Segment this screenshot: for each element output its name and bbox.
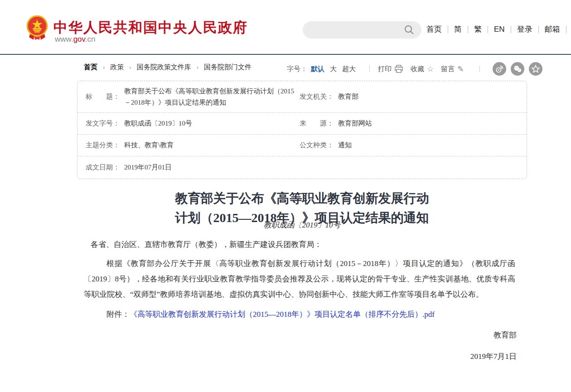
url-mid: gov <box>73 35 85 44</box>
meta-cell-date: 成文日期： 2019年07月01日 <box>86 162 300 173</box>
toolbar-divider <box>479 66 480 73</box>
meta-label-title: 标 题： <box>86 92 120 101</box>
site-url: www.gov.cn <box>55 35 95 44</box>
fontsize-default-button[interactable]: 默认 <box>311 65 324 73</box>
article-salutation: 各省、自治区、直辖市教育厅（教委），新疆生产建设兵团教育局： <box>84 239 515 250</box>
top-nav: 首页 简 繁 EN 登录 邮箱 无障碍 <box>426 24 571 34</box>
meta-cell-category: 主题分类： 科技、教育\教育 <box>86 140 300 151</box>
attachment-pdf-link[interactable]: 《高等职业教育创新发展行动计划（2015—2018年）》项目认定名单（排序不分先… <box>130 310 435 319</box>
meta-value-category: 科技、教育\教育 <box>124 140 174 151</box>
meta-value-doc-number: 教职成函〔2019〕10号 <box>124 118 192 129</box>
meta-label-issuing-agency: 发文机关： <box>300 92 334 101</box>
breadcrumb: 首页 › 政策 › 国务院政策文件库 › 国务院部门文件 <box>84 63 252 72</box>
meta-value-date: 2019年07月01日 <box>124 162 172 173</box>
nav-login[interactable]: 登录 <box>517 24 532 34</box>
breadcrumb-policy[interactable]: 政策 <box>110 63 124 72</box>
share-wechat-button[interactable] <box>511 62 524 76</box>
chevron-right-icon: › <box>197 64 198 71</box>
article-signer: 教育部 <box>77 330 517 340</box>
weibo-icon <box>495 64 504 73</box>
toolbar-divider <box>369 66 370 73</box>
nav-english[interactable]: EN <box>494 25 505 34</box>
meta-label-date: 成文日期： <box>86 163 120 172</box>
share-weibo-button[interactable] <box>493 62 506 76</box>
meta-row-date: 成文日期： 2019年07月01日 <box>77 156 527 178</box>
nav-divider <box>566 26 566 33</box>
qzone-star-icon <box>531 64 540 73</box>
nav-traditional[interactable]: 繁 <box>474 24 482 34</box>
nav-divider <box>448 26 448 33</box>
breadcrumb-policy-library[interactable]: 国务院政策文件库 <box>137 63 191 72</box>
article-title-line1: 教育部关于公布《高等职业教育创新发展行动 <box>77 189 527 208</box>
wechat-icon <box>513 64 522 73</box>
site-title: 中华人民共和国中央人民政府 <box>53 18 248 37</box>
print-button[interactable]: 打印 <box>378 65 403 73</box>
search-icon[interactable] <box>404 25 414 35</box>
breadcrumb-toolbar-row: 首页 › 政策 › 国务院政策文件库 › 国务院部门文件 字号： 默认 大 超大… <box>0 61 571 75</box>
meta-label-category: 主题分类： <box>86 141 120 150</box>
url-prefix: www. <box>55 35 73 44</box>
chevron-right-icon: › <box>103 64 105 71</box>
nav-divider <box>538 26 539 33</box>
meta-cell-issuing-agency: 发文机关： 教育部 <box>300 91 518 102</box>
pencil-icon: ✎ <box>457 64 464 74</box>
fontsize-label: 字号： <box>287 65 307 73</box>
header-divider-line <box>0 54 571 55</box>
meta-value-source: 教育部网站 <box>338 118 372 129</box>
comment-label: 留言 <box>441 65 455 73</box>
fontsize-xlarge-button[interactable]: 超大 <box>342 65 356 73</box>
nav-mail[interactable]: 邮箱 <box>545 24 560 34</box>
search-input[interactable] <box>303 21 421 39</box>
meta-cell-doc-number: 发文字号： 教职成函〔2019〕10号 <box>86 118 300 129</box>
attachment-line: 附件：《高等职业教育创新发展行动计划（2015—2018年）》项目认定名单（排序… <box>84 309 515 319</box>
meta-label-doc-number: 发文字号： <box>86 119 120 128</box>
article-toolbar: 字号： 默认 大 超大 打印 收藏 ☆ 留言 ✎ <box>287 62 542 76</box>
article-doc-number: 教职成函〔2019〕10号 <box>77 220 527 230</box>
nav-divider <box>511 26 511 33</box>
meta-cell-doc-type: 公文种类： 通知 <box>300 140 518 151</box>
favorite-button[interactable]: 收藏 ☆ <box>411 64 434 74</box>
meta-label-source: 来 源： <box>300 119 334 128</box>
meta-label-doc-type: 公文种类： <box>300 141 334 150</box>
breadcrumb-home[interactable]: 首页 <box>84 63 97 72</box>
site-header: 中华人民共和国中央人民政府 www.gov.cn 首页 简 繁 EN 登录 邮箱… <box>0 0 571 54</box>
attachment-label: 附件： <box>106 310 130 319</box>
breadcrumb-department-docs[interactable]: 国务院部门文件 <box>204 63 252 72</box>
favorite-label: 收藏 <box>411 65 424 73</box>
nav-divider <box>488 26 488 33</box>
meta-row-doc-number: 发文字号： 教职成函〔2019〕10号 来 源： 教育部网站 <box>77 113 527 135</box>
meta-row-title: 标 题： 教育部关于公布《高等职业教育创新发展行动计划（2015－2018年）》… <box>77 81 527 113</box>
national-emblem-logo <box>25 15 49 41</box>
meta-value-title: 教育部关于公布《高等职业教育创新发展行动计划（2015－2018年）》项目认定结… <box>124 86 300 108</box>
url-suffix: .cn <box>85 35 96 44</box>
star-icon: ☆ <box>427 64 434 74</box>
share-qzone-button[interactable] <box>529 62 542 76</box>
meta-cell-title: 标 题： 教育部关于公布《高等职业教育创新发展行动计划（2015－2018年）》… <box>86 86 300 108</box>
nav-home[interactable]: 首页 <box>426 24 442 34</box>
meta-cell-source: 来 源： 教育部网站 <box>300 118 518 129</box>
printer-icon <box>394 65 403 73</box>
comment-button[interactable]: 留言 ✎ <box>441 64 464 74</box>
meta-row-category: 主题分类： 科技、教育\教育 公文种类： 通知 <box>77 135 527 156</box>
document-meta-table: 标 题： 教育部关于公布《高等职业教育创新发展行动计划（2015－2018年）》… <box>77 81 527 179</box>
meta-value-issuing-agency: 教育部 <box>338 91 358 102</box>
article-main-paragraph: 根据《教育部办公厅关于开展〈高等职业教育创新发展行动计划（2015－2018年）… <box>84 256 515 302</box>
chevron-right-icon: › <box>129 64 131 71</box>
nav-simplified[interactable]: 简 <box>454 24 462 34</box>
fontsize-large-button[interactable]: 大 <box>330 65 337 73</box>
print-label: 打印 <box>378 65 392 73</box>
meta-value-doc-type: 通知 <box>338 140 352 151</box>
article-date: 2019年7月1日 <box>77 351 517 362</box>
nav-divider <box>468 26 468 33</box>
